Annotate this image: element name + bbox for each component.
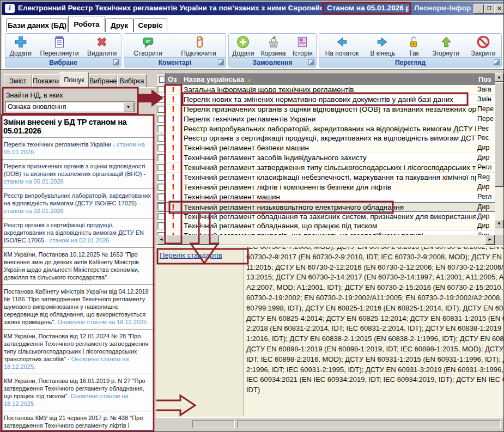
row-name[interactable]: Технічний регламент затвердження типу сі… (181, 163, 476, 172)
dialog-launcher-icon[interactable] (218, 59, 224, 65)
dialog-launcher-icon[interactable] (113, 59, 119, 65)
row-name[interactable]: Загальна інформація щодо технічних регла… (181, 85, 476, 94)
table-row[interactable]: !Технічний регламент машинРегл (157, 192, 495, 202)
row-name[interactable]: Технічний регламент низьковольтного елек… (181, 203, 476, 211)
changes-list-item[interactable]: Постанова Кабінету міністрів України від… (1, 284, 155, 329)
row-name[interactable]: Технічний регламент класифікації небезпе… (181, 173, 476, 182)
row-checkbox[interactable] (157, 221, 166, 230)
scroll-down-icon[interactable]: ▼ (495, 220, 503, 228)
table-row[interactable]: !Реєстр випробувальних лабораторій, акре… (157, 124, 495, 134)
row-checkbox[interactable] (157, 192, 166, 202)
row-name[interactable]: Перелік нових та змінених нормативно-пра… (181, 95, 476, 104)
row-checkbox[interactable] (157, 231, 166, 235)
ribbon-button-так[interactable]: Так (406, 34, 421, 57)
table-row[interactable]: !Технічний регламент ліфтів і компоненті… (157, 182, 495, 192)
sidebar-tab-vybrane[interactable]: Вибране (89, 74, 117, 88)
select-all-checkbox[interactable] (157, 73, 166, 85)
row-checkbox[interactable] (157, 182, 166, 192)
ribbon-button-видалити[interactable]: Видалити (87, 34, 117, 57)
table-row[interactable]: !Загальна інформація щодо технічних регл… (157, 85, 495, 95)
row-name[interactable]: Реєстр органів з сертифікації продукції,… (181, 133, 476, 143)
ribbon-button-закрити[interactable]: Закрити (471, 34, 496, 57)
table-row[interactable]: !Реєстр органів з сертифікації продукції… (157, 133, 495, 143)
hscroll-thumb[interactable] (167, 235, 219, 245)
dialog-launcher-icon[interactable] (308, 59, 314, 65)
row-checkbox[interactable] (157, 114, 166, 124)
row-checkbox[interactable] (157, 163, 166, 172)
standards-list-link[interactable]: Перелік стандартів (160, 251, 222, 259)
row-checkbox[interactable] (157, 95, 166, 104)
row-checkbox[interactable] (157, 105, 166, 114)
tab-databases[interactable]: Бази даних (БД) (6, 19, 68, 32)
tab-servis[interactable]: Сервіс (133, 19, 167, 32)
ribbon-button-підключити[interactable]: Підключити (181, 34, 216, 57)
sidebar-tab-pokazhchyk[interactable]: Покажчик (32, 74, 59, 88)
ribbon-button-корзина[interactable]: Корзина (261, 34, 286, 57)
table-row[interactable]: !Технічний регламент обладнання та захис… (157, 212, 495, 222)
close-button[interactable]: ✕ (494, 4, 504, 14)
scroll-left-icon[interactable]: ◄ (157, 235, 166, 245)
sidebar-tab-poshuk[interactable]: Пошук (59, 72, 89, 88)
ribbon-button-додати[interactable]: Додати (232, 34, 254, 57)
changes-list-item[interactable]: Реєстр випробувальних лабораторій, акред… (1, 188, 155, 218)
sidebar-tab-zmist[interactable]: Зміст (4, 74, 32, 88)
table-row[interactable]: !Технічний регламент безпеки машинДир (157, 143, 495, 153)
changes-list-item[interactable]: Перелік технічних регламентів України - … (1, 137, 155, 159)
table-row[interactable]: !Перелік технічних регламентів УкраїниПе… (157, 114, 495, 124)
table-row[interactable]: !Технічний регламент затвердження типу с… (157, 163, 495, 173)
row-name[interactable]: Технічний регламент ліфтів і компонентів… (181, 182, 476, 192)
minimize-button[interactable]: _ (473, 4, 484, 14)
row-checkbox[interactable] (157, 203, 166, 211)
ribbon-button-переглянути[interactable]: Переглянути (40, 34, 78, 57)
changes-list-item[interactable]: Перелік призначених органів з оцінки від… (1, 159, 155, 188)
table-row[interactable]: !Технічний регламент низьковольтного еле… (157, 202, 495, 212)
column-header-oz[interactable]: Оз (166, 73, 181, 85)
row-name[interactable]: Технічний регламент приладів, що працюют… (181, 231, 476, 235)
row-checkbox[interactable] (157, 212, 166, 221)
chevron-down-icon[interactable]: ▼ (123, 102, 133, 112)
row-name[interactable]: Технічний регламент обладнання, що працю… (181, 221, 476, 230)
row-checkbox[interactable] (157, 133, 166, 143)
changes-list-item[interactable]: Реєстр органів з сертифікації продукції,… (1, 218, 155, 247)
changes-list-item[interactable]: КМ України, Постанова від 12.01.2024 № 2… (1, 329, 155, 374)
row-checkbox[interactable] (157, 85, 166, 94)
table-row[interactable]: !Технічний регламент обладнання, що прац… (157, 221, 495, 231)
row-name[interactable]: Перелік технічних регламентів України (181, 114, 476, 124)
ribbon-button-створити[interactable]: Створити (133, 34, 162, 57)
tab-druk[interactable]: Друк (105, 19, 133, 32)
update-flag-combobox[interactable]: Ознака оновлення ▼ (5, 101, 135, 112)
row-checkbox[interactable] (157, 143, 166, 153)
sidebar-tab-vybirka[interactable]: Вибірка (117, 74, 147, 88)
exclamation-icon: ! (166, 192, 181, 202)
row-name[interactable]: Технічний регламент безпеки машин (181, 143, 476, 153)
tab-robota[interactable]: Робота (68, 16, 105, 32)
table-row[interactable]: !Технічний регламент класифікації небезп… (157, 173, 495, 182)
ribbon-button-згорнути[interactable]: Згорнути (433, 34, 460, 57)
vscroll-thumb[interactable] (495, 82, 503, 187)
ribbon-button-на-початок[interactable]: На початок (325, 34, 359, 57)
dialog-launcher-icon[interactable] (494, 59, 500, 65)
row-checkbox[interactable] (157, 173, 166, 182)
row-name[interactable]: Технічний регламент машин (181, 192, 476, 202)
changes-list-item[interactable]: КМ України, Постанова 10.12.2025 № 1653 … (1, 247, 155, 284)
row-checkbox[interactable] (157, 124, 166, 133)
ribbon-button-історія[interactable]: Історія (293, 34, 313, 57)
ribbon-button-додати[interactable]: Додати (10, 34, 32, 57)
row-checkbox[interactable] (157, 153, 166, 162)
column-header-name[interactable]: Назва українська ▲ (181, 73, 476, 85)
ribbon-button-в-кінець[interactable]: В кінець (370, 34, 395, 57)
table-row[interactable]: !Технічний регламент засобів індивідуаль… (157, 153, 495, 163)
row-name[interactable]: Реєстр випробувальних лабораторій, акред… (181, 124, 476, 133)
table-row[interactable]: !Технічний регламент приладів, що працюю… (157, 231, 495, 235)
table-row[interactable]: !Перелік нових та змінених нормативно-пр… (157, 95, 495, 105)
changes-list-item[interactable]: КМ України, Постанова від 16.01.2019 р. … (1, 374, 155, 411)
row-name[interactable]: Технічний регламент обладнання та захисн… (181, 212, 476, 221)
changes-list-item[interactable]: Постанова КМУ від 21 червня 2017 р. № 43… (1, 411, 155, 432)
row-name[interactable]: Технічний регламент засобів індивідуальн… (181, 153, 476, 162)
scroll-up-icon[interactable]: ▲ (495, 73, 503, 82)
scroll-right-icon[interactable]: ► (485, 235, 495, 245)
maximize-button[interactable]: ❐ (484, 4, 494, 14)
column-header-pos[interactable]: Поз (476, 73, 495, 85)
table-row[interactable]: !Перелік призначених органів з оцінки ві… (157, 105, 495, 114)
row-name[interactable]: Перелік призначених органів з оцінки від… (181, 105, 476, 114)
